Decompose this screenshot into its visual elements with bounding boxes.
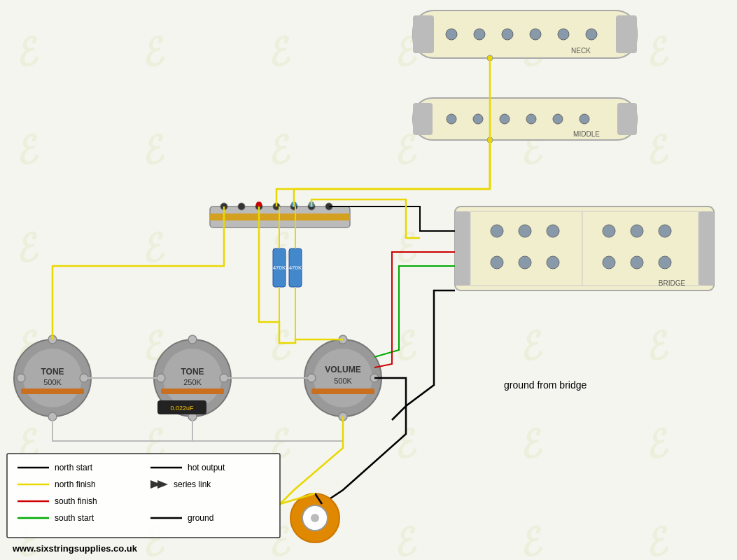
svg-point-20 xyxy=(526,114,536,124)
svg-point-8 xyxy=(502,29,513,40)
svg-rect-27 xyxy=(699,211,714,286)
wiring-diagram: ℰ NECK MIDDLE xyxy=(0,0,737,560)
svg-point-34 xyxy=(631,225,643,237)
legend-hot-output: hot output xyxy=(188,463,225,472)
svg-point-7 xyxy=(474,29,485,40)
svg-rect-4 xyxy=(413,15,434,53)
legend-north-start: north start xyxy=(55,463,93,472)
svg-point-6 xyxy=(446,29,457,40)
svg-rect-96 xyxy=(7,454,280,538)
ground-from-bridge-label: ground from bridge xyxy=(504,379,587,391)
svg-point-31 xyxy=(519,225,531,237)
svg-text:470K: 470K xyxy=(273,265,286,271)
svg-rect-16 xyxy=(617,103,637,135)
svg-point-39 xyxy=(603,256,615,269)
svg-text:0.022uF: 0.022uF xyxy=(170,405,194,412)
svg-point-95 xyxy=(311,514,319,522)
svg-point-30 xyxy=(491,225,503,237)
svg-text:470K: 470K xyxy=(289,265,302,271)
svg-point-37 xyxy=(519,256,531,269)
svg-point-38 xyxy=(547,256,559,269)
legend-north-finish: north finish xyxy=(55,479,96,489)
legend-series-link: series link xyxy=(174,479,211,489)
svg-point-45 xyxy=(238,203,245,210)
svg-point-17 xyxy=(447,114,456,124)
svg-text:TONE: TONE xyxy=(41,367,64,377)
svg-point-36 xyxy=(491,256,503,269)
website-label: www.sixstringsupplies.co.uk xyxy=(12,543,138,554)
middle-label: MIDDLE xyxy=(573,130,600,138)
svg-text:VOLUME: VOLUME xyxy=(325,365,360,374)
svg-point-9 xyxy=(530,29,541,40)
svg-point-11 xyxy=(586,29,597,40)
svg-rect-26 xyxy=(455,211,470,286)
svg-rect-79 xyxy=(161,388,224,394)
svg-point-35 xyxy=(659,225,671,237)
svg-point-41 xyxy=(659,256,671,269)
legend-south-start: south start xyxy=(55,513,94,523)
legend-south-finish: south finish xyxy=(55,496,97,506)
svg-point-18 xyxy=(473,114,483,124)
svg-rect-29 xyxy=(582,211,699,286)
svg-point-40 xyxy=(631,256,643,269)
svg-rect-90 xyxy=(311,388,374,394)
svg-point-32 xyxy=(547,225,559,237)
svg-text:500K: 500K xyxy=(334,377,352,385)
neck-label: NECK xyxy=(571,47,591,55)
legend-ground: ground xyxy=(188,513,213,523)
svg-text:250K: 250K xyxy=(183,378,202,386)
main-content: HSS Wiring 500K volume 250k tone 500k br… xyxy=(0,0,737,560)
svg-point-78 xyxy=(188,335,197,344)
svg-point-19 xyxy=(500,114,510,124)
svg-point-10 xyxy=(558,29,569,40)
svg-rect-28 xyxy=(470,211,582,286)
svg-rect-5 xyxy=(616,15,637,53)
svg-rect-15 xyxy=(413,103,433,135)
svg-point-51 xyxy=(256,202,262,207)
svg-point-66 xyxy=(17,374,25,382)
svg-point-21 xyxy=(553,114,563,124)
svg-text:TONE: TONE xyxy=(181,367,204,377)
svg-point-33 xyxy=(603,225,615,237)
bridge-label: BRIDGE xyxy=(659,279,686,287)
svg-point-22 xyxy=(580,114,589,124)
svg-rect-70 xyxy=(21,388,84,394)
svg-text:500K: 500K xyxy=(43,378,62,386)
